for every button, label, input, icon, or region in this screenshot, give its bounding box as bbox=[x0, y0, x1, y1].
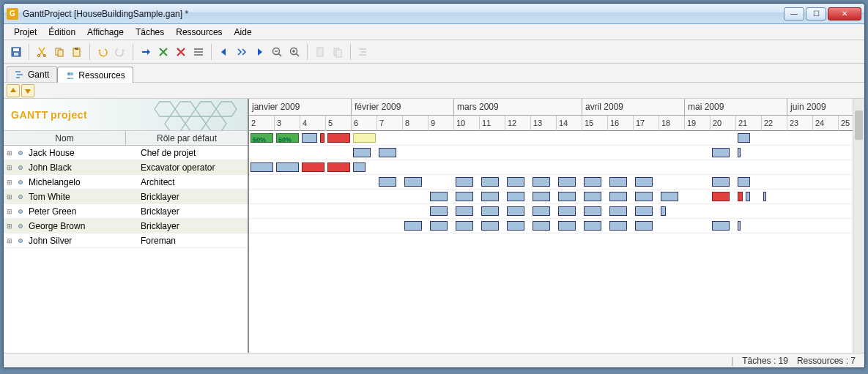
zoom-in-icon[interactable] bbox=[286, 44, 303, 60]
task-bar[interactable] bbox=[456, 177, 473, 187]
task-bar[interactable] bbox=[738, 177, 750, 187]
nav-forward-icon[interactable] bbox=[251, 44, 267, 60]
indent-icon[interactable] bbox=[355, 44, 371, 60]
task-bar[interactable] bbox=[320, 133, 325, 143]
task-bar[interactable] bbox=[353, 148, 371, 157]
task-bar[interactable] bbox=[533, 177, 550, 187]
task-bar[interactable] bbox=[302, 133, 317, 143]
close-task-icon[interactable] bbox=[173, 44, 189, 60]
task-bar[interactable] bbox=[507, 177, 524, 187]
move-down-icon[interactable] bbox=[21, 84, 34, 97]
properties-icon[interactable] bbox=[190, 44, 207, 60]
doc2-icon[interactable] bbox=[330, 44, 346, 60]
resource-row[interactable]: ⊞Jack HouseChef de projet bbox=[4, 146, 248, 160]
task-bar[interactable] bbox=[738, 133, 750, 143]
vertical-scrollbar[interactable] bbox=[853, 99, 864, 353]
scrollbar-thumb[interactable] bbox=[855, 111, 863, 140]
col-header-role[interactable]: Rôle par défaut bbox=[126, 131, 248, 145]
task-bar[interactable] bbox=[404, 221, 422, 231]
task-bar[interactable] bbox=[712, 192, 730, 201]
task-bar[interactable] bbox=[507, 206, 524, 216]
resource-row[interactable]: ⊞Peter GreenBricklayer bbox=[4, 204, 248, 219]
task-bar[interactable] bbox=[533, 221, 550, 231]
resource-row[interactable]: ⊞Tom WhiteBricklayer bbox=[4, 190, 248, 204]
task-bar[interactable] bbox=[379, 177, 396, 187]
task-bar[interactable] bbox=[507, 192, 524, 201]
delete-icon[interactable] bbox=[155, 44, 171, 60]
task-bar[interactable] bbox=[430, 192, 448, 201]
task-bar[interactable] bbox=[558, 192, 576, 201]
task-bar[interactable] bbox=[763, 192, 766, 201]
task-bar[interactable] bbox=[712, 148, 730, 157]
task-bar[interactable] bbox=[430, 221, 448, 231]
menu-aide[interactable]: Aide bbox=[230, 26, 256, 39]
copy-icon[interactable] bbox=[51, 44, 67, 60]
close-button[interactable]: ✕ bbox=[828, 7, 861, 20]
save-icon[interactable] bbox=[8, 44, 24, 60]
redo-icon[interactable] bbox=[112, 44, 128, 60]
col-header-name[interactable]: Nom bbox=[4, 131, 126, 145]
expand-icon[interactable]: ⊞ bbox=[4, 208, 15, 215]
menu-projet[interactable]: Projet bbox=[10, 26, 41, 39]
goto-today-icon[interactable] bbox=[234, 44, 250, 60]
task-bar[interactable] bbox=[353, 133, 376, 143]
task-bar[interactable] bbox=[327, 133, 350, 143]
task-bar[interactable] bbox=[584, 177, 601, 187]
expand-icon[interactable]: ⊞ bbox=[4, 193, 15, 201]
menu-taches[interactable]: Tâches bbox=[131, 26, 168, 39]
link-forward-icon[interactable] bbox=[138, 44, 154, 60]
task-bar[interactable] bbox=[456, 206, 473, 216]
task-bar[interactable] bbox=[533, 192, 550, 201]
task-bar[interactable] bbox=[251, 162, 273, 172]
task-bar[interactable] bbox=[558, 206, 576, 216]
maximize-button[interactable]: ☐ bbox=[806, 7, 826, 20]
task-bar[interactable]: 50% bbox=[276, 133, 299, 143]
task-bar[interactable] bbox=[609, 206, 627, 216]
chart-rows[interactable]: 50%50% bbox=[249, 131, 864, 353]
zoom-out-icon[interactable] bbox=[269, 44, 285, 60]
menu-ressources[interactable]: Ressources bbox=[171, 26, 226, 39]
minimize-button[interactable]: — bbox=[784, 7, 804, 20]
task-bar[interactable] bbox=[404, 177, 422, 187]
paste-icon[interactable] bbox=[69, 44, 85, 60]
task-bar[interactable] bbox=[327, 162, 350, 172]
task-bar[interactable] bbox=[456, 192, 473, 201]
tab-gantt[interactable]: Gantt bbox=[7, 66, 57, 82]
undo-icon[interactable] bbox=[94, 44, 111, 60]
task-bar[interactable] bbox=[533, 206, 550, 216]
nav-back-icon[interactable] bbox=[216, 44, 232, 60]
task-bar[interactable] bbox=[584, 192, 601, 201]
task-bar[interactable] bbox=[635, 221, 653, 231]
tab-ressources[interactable]: Ressources bbox=[57, 67, 133, 83]
task-bar[interactable] bbox=[609, 221, 627, 231]
task-bar[interactable]: 50% bbox=[251, 133, 273, 143]
menu-edition[interactable]: Édition bbox=[44, 26, 80, 39]
task-bar[interactable] bbox=[456, 221, 473, 231]
task-bar[interactable] bbox=[481, 177, 499, 187]
task-bar[interactable] bbox=[481, 206, 499, 216]
task-bar[interactable] bbox=[712, 177, 730, 187]
expand-icon[interactable]: ⊞ bbox=[4, 179, 15, 186]
move-up-icon[interactable] bbox=[7, 84, 20, 97]
task-bar[interactable] bbox=[661, 192, 678, 201]
cut-icon[interactable] bbox=[34, 44, 50, 60]
task-bar[interactable] bbox=[302, 162, 324, 172]
task-bar[interactable] bbox=[746, 192, 751, 201]
task-bar[interactable] bbox=[558, 221, 576, 231]
menu-affichage[interactable]: Affichage bbox=[83, 26, 128, 39]
resource-row[interactable]: ⊞John BlackExcavator operator bbox=[4, 160, 248, 175]
task-bar[interactable] bbox=[481, 192, 499, 201]
task-bar[interactable] bbox=[507, 221, 524, 231]
task-bar[interactable] bbox=[712, 221, 730, 231]
task-bar[interactable] bbox=[609, 192, 627, 201]
doc1-icon[interactable] bbox=[312, 44, 328, 60]
task-bar[interactable] bbox=[738, 221, 741, 231]
task-bar[interactable] bbox=[353, 162, 366, 172]
resource-row[interactable]: ⊞John SilverForeman bbox=[4, 233, 248, 248]
resource-row[interactable]: ⊞George BrownBricklayer bbox=[4, 219, 248, 233]
task-bar[interactable] bbox=[430, 206, 448, 216]
task-bar[interactable] bbox=[635, 192, 653, 201]
expand-icon[interactable]: ⊞ bbox=[4, 237, 15, 244]
task-bar[interactable] bbox=[738, 148, 741, 157]
task-bar[interactable] bbox=[738, 192, 743, 201]
